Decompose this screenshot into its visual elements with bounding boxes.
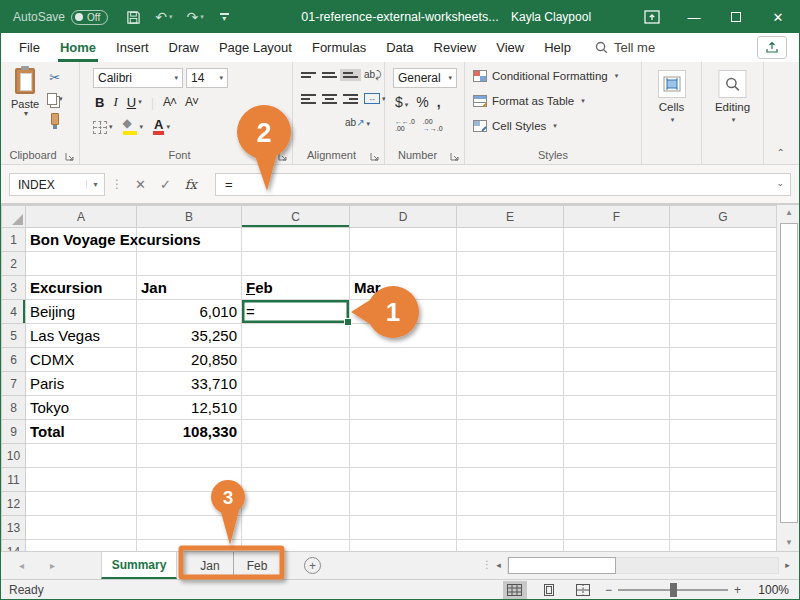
cell-C6[interactable] <box>242 348 350 372</box>
redo-button[interactable]: ↷▾ <box>186 9 203 25</box>
horizontal-scrollbar[interactable] <box>507 557 779 574</box>
hscroll-right-icon[interactable]: ▸ <box>780 557 795 574</box>
cell-B4[interactable]: 6,010 <box>137 300 242 324</box>
cell-G1[interactable] <box>670 228 777 252</box>
zoom-slider[interactable] <box>618 589 728 591</box>
tab-data[interactable]: Data <box>376 33 423 62</box>
cell-D10[interactable] <box>350 444 457 468</box>
cell-E13[interactable] <box>457 516 564 540</box>
cell-E1[interactable] <box>457 228 564 252</box>
cell-A12[interactable] <box>26 492 137 516</box>
row-header-6[interactable]: 6 <box>2 348 26 372</box>
row-header-1[interactable]: 1 <box>2 228 26 252</box>
expand-formula-bar-icon[interactable]: ⌄ <box>776 178 784 188</box>
cell-G8[interactable] <box>670 396 777 420</box>
cell-D4[interactable] <box>350 300 457 324</box>
row-header-11[interactable]: 11 <box>2 468 26 492</box>
maximize-button[interactable] <box>715 1 757 33</box>
column-header-E[interactable]: E <box>457 206 564 228</box>
cell-B12[interactable] <box>137 492 242 516</box>
cell-A14[interactable] <box>26 540 137 552</box>
tab-view[interactable]: View <box>486 33 534 62</box>
tab-insert[interactable]: Insert <box>106 33 159 62</box>
cell-D8[interactable] <box>350 396 457 420</box>
orientation-button[interactable]: ab↗▾ <box>345 117 370 128</box>
cell-G11[interactable] <box>670 468 777 492</box>
tab-draw[interactable]: Draw <box>159 33 209 62</box>
cell-A10[interactable] <box>26 444 137 468</box>
cell-A1[interactable]: Bon Voyage Excursions <box>26 228 137 252</box>
align-right-button[interactable] <box>343 94 358 104</box>
number-format-select[interactable]: General▾ <box>393 68 457 88</box>
hscroll-left-icon[interactable]: ◂ <box>491 557 506 574</box>
tab-file[interactable]: File <box>9 33 50 62</box>
collapse-ribbon-button[interactable]: ⌃ <box>777 147 785 158</box>
tab-page-layout[interactable]: Page Layout <box>209 33 302 62</box>
cell-B5[interactable]: 35,250 <box>137 324 242 348</box>
cell-E3[interactable] <box>457 276 564 300</box>
cancel-formula-button[interactable]: ✕ <box>135 177 146 192</box>
cell-B3[interactable]: Jan <box>137 276 242 300</box>
autosave-toggle[interactable]: Off <box>71 10 108 25</box>
cell-D14[interactable] <box>350 540 457 552</box>
row-header-9[interactable]: 9 <box>2 420 26 444</box>
comma-style-button[interactable]: , <box>437 94 441 110</box>
cell-D6[interactable] <box>350 348 457 372</box>
sheet-tab-jan[interactable]: Jan <box>187 552 234 579</box>
zoom-in-button[interactable]: + <box>734 583 741 597</box>
cell-F1[interactable] <box>564 228 670 252</box>
format-as-table-button[interactable]: Format as Table▾ <box>473 95 585 107</box>
cell-E10[interactable] <box>457 444 564 468</box>
font-size-select[interactable]: 14▾ <box>186 68 228 88</box>
cell-F3[interactable] <box>564 276 670 300</box>
cell-E8[interactable] <box>457 396 564 420</box>
cell-D1[interactable] <box>350 228 457 252</box>
row-header-13[interactable]: 13 <box>2 516 26 540</box>
cell-F13[interactable] <box>564 516 670 540</box>
cell-D9[interactable] <box>350 420 457 444</box>
cell-B13[interactable] <box>137 516 242 540</box>
cell-C5[interactable] <box>242 324 350 348</box>
cell-C7[interactable] <box>242 372 350 396</box>
paste-button[interactable]: Paste ▼ <box>7 68 43 140</box>
cell-A2[interactable] <box>26 252 137 276</box>
increase-font-button[interactable]: A˄ <box>163 95 176 109</box>
cell-A13[interactable] <box>26 516 137 540</box>
cell-G7[interactable] <box>670 372 777 396</box>
merge-center-button[interactable]: ↔▾ <box>364 93 386 104</box>
cell-G13[interactable] <box>670 516 777 540</box>
cell-E11[interactable] <box>457 468 564 492</box>
cell-C1[interactable] <box>242 228 350 252</box>
tab-home[interactable]: Home <box>50 33 106 62</box>
conditional-formatting-button[interactable]: Conditional Formatting▾ <box>473 70 618 82</box>
alignment-dialog-launcher[interactable] <box>370 151 380 161</box>
row-header-14[interactable]: 14 <box>2 540 26 552</box>
minimize-button[interactable]: — <box>673 1 715 33</box>
zoom-level[interactable]: 100% <box>751 583 789 597</box>
currency-button[interactable]: $▾ <box>395 94 408 110</box>
vertical-scrollbar[interactable]: ▲ ▼ <box>776 205 800 551</box>
cell-C3[interactable]: Feb <box>242 276 350 300</box>
cell-D5[interactable] <box>350 324 457 348</box>
increase-decimal-button[interactable]: ←←.0.00 <box>395 118 415 132</box>
cell-F9[interactable] <box>564 420 670 444</box>
share-button[interactable] <box>757 36 787 59</box>
tab-formulas[interactable]: Formulas <box>302 33 376 62</box>
cell-styles-button[interactable]: Cell Styles▾ <box>473 120 557 132</box>
insert-function-button[interactable]: fx <box>185 177 197 192</box>
tell-me-box[interactable]: Tell me <box>595 40 655 55</box>
row-header-2[interactable]: 2 <box>2 252 26 276</box>
select-all-corner[interactable] <box>2 206 26 228</box>
cell-G9[interactable] <box>670 420 777 444</box>
cell-E6[interactable] <box>457 348 564 372</box>
sheet-tab-feb[interactable]: Feb <box>234 552 281 579</box>
cell-E9[interactable] <box>457 420 564 444</box>
normal-view-button[interactable] <box>503 581 527 599</box>
cell-C13[interactable] <box>242 516 350 540</box>
cell-D12[interactable] <box>350 492 457 516</box>
cell-G3[interactable] <box>670 276 777 300</box>
cell-A9[interactable]: Total <box>26 420 137 444</box>
cell-E14[interactable] <box>457 540 564 552</box>
fill-color-button[interactable]: ▾ <box>123 120 144 135</box>
cell-B6[interactable]: 20,850 <box>137 348 242 372</box>
